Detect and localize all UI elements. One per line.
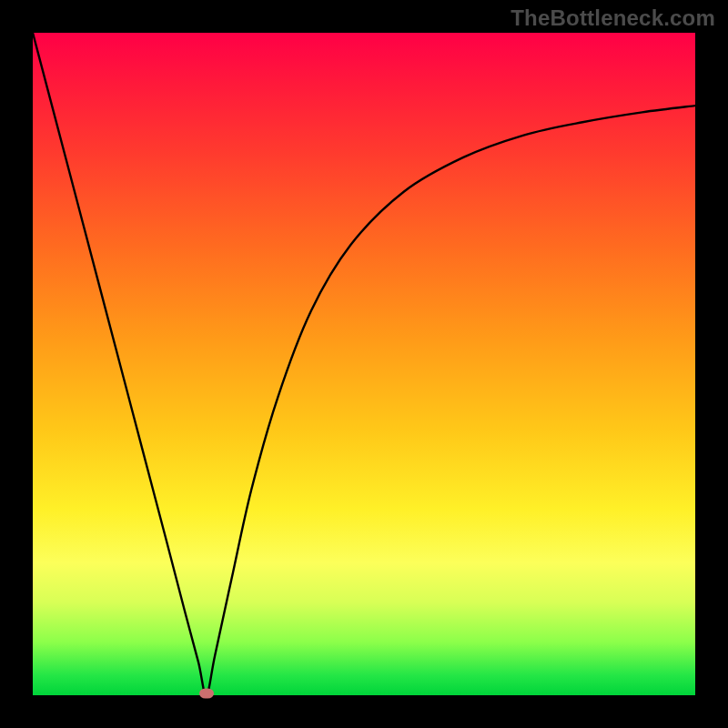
plot-area: [33, 33, 695, 695]
watermark-text: TheBottleneck.com: [511, 5, 715, 31]
bottleneck-curve: [33, 33, 695, 695]
chart-frame: TheBottleneck.com: [0, 0, 728, 728]
